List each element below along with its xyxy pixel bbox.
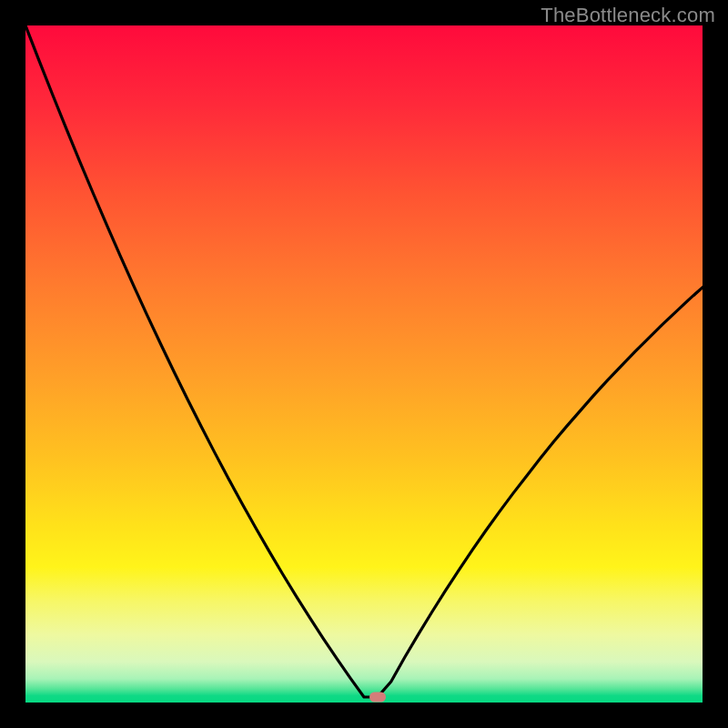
optimal-point-marker: [369, 693, 386, 703]
chart-container: TheBottleneck.com: [0, 0, 728, 728]
plot-area: [25, 25, 703, 703]
attribution-label: TheBottleneck.com: [541, 4, 715, 27]
curve-path: [25, 25, 703, 697]
bottleneck-curve: [25, 25, 703, 703]
